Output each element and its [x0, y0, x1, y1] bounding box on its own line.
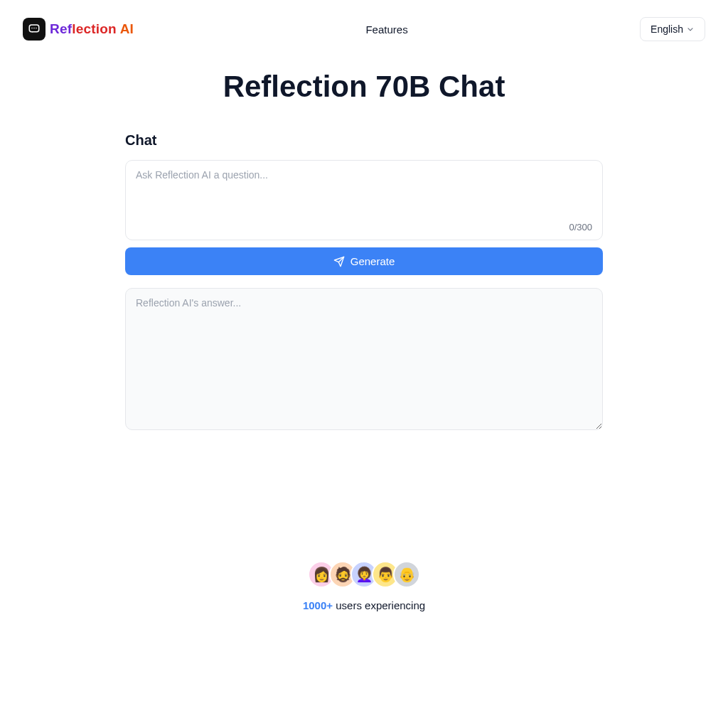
avatar-group: 👩 🧔 👩‍🦱 👨 👴 [0, 561, 728, 588]
nav-features-link[interactable]: Features [365, 23, 407, 36]
chat-section: Chat 0/300 Generate [125, 132, 603, 433]
send-icon [333, 256, 345, 267]
brand-chat-icon [23, 18, 46, 41]
question-input-card: 0/300 [125, 160, 603, 240]
page-title: Reflection 70B Chat [0, 70, 728, 104]
brand-name-seg1: Ref [50, 21, 72, 36]
language-label: English [651, 23, 683, 35]
chevron-down-icon [686, 25, 695, 33]
answer-output[interactable] [125, 288, 603, 430]
users-suffix: users experiencing [333, 599, 425, 611]
language-select[interactable]: English [640, 17, 705, 41]
header-bar: Reflection AI Features English [0, 0, 728, 58]
users-strip: 👩 🧔 👩‍🦱 👨 👴 1000+ users experiencing [0, 561, 728, 611]
users-count: 1000+ [303, 599, 333, 611]
brand[interactable]: Reflection AI [23, 18, 134, 41]
char-count: 0/300 [136, 222, 592, 232]
brand-name-seg3: AI [120, 21, 134, 36]
users-count-text: 1000+ users experiencing [0, 599, 728, 611]
chat-section-label: Chat [125, 132, 603, 149]
generate-button-label: Generate [350, 255, 395, 267]
question-input[interactable] [136, 169, 592, 218]
brand-name-seg2: lection [72, 21, 119, 36]
brand-name: Reflection AI [50, 21, 134, 37]
generate-button[interactable]: Generate [125, 247, 603, 275]
avatar: 👴 [393, 561, 420, 588]
